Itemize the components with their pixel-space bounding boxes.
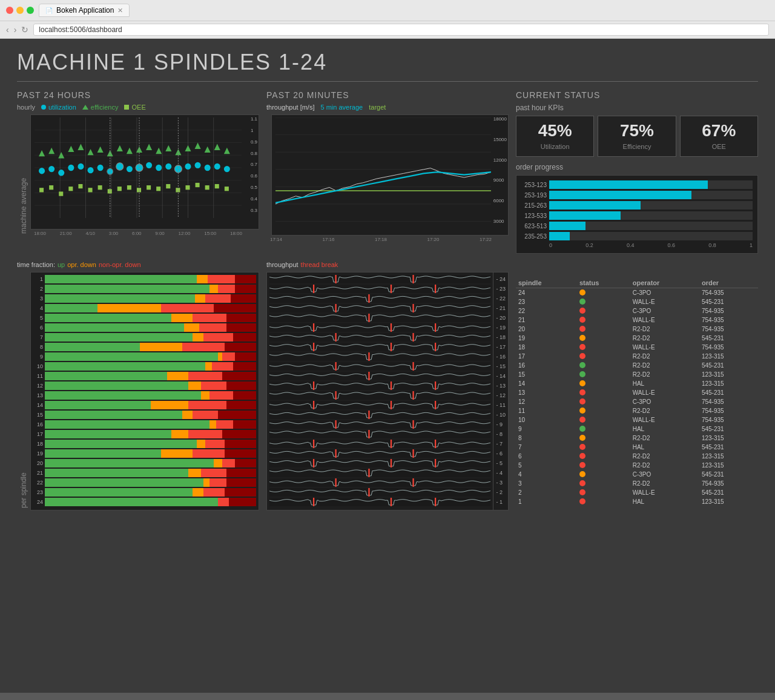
svg-rect-20 <box>98 185 102 190</box>
tab-close[interactable]: ✕ <box>117 7 123 15</box>
throughput-row <box>269 304 490 312</box>
svg-point-46 <box>156 165 162 171</box>
svg-rect-15 <box>49 185 53 190</box>
svg-point-45 <box>146 162 152 168</box>
svg-marker-58 <box>78 144 84 150</box>
table-row: 7 HAL 545-231 <box>516 443 758 452</box>
past24-chart-container: machine average <box>17 114 259 236</box>
order-progress-chart: 253-123 253-193 215-263 123-533 623-513 … <box>516 175 758 254</box>
legend-efficiency: efficiency <box>82 104 119 111</box>
svg-rect-28 <box>176 188 180 192</box>
throughput-chart-wrap: - 24- 23- 22- 21- 20- 19- 18- 17- 16- 15… <box>266 272 509 510</box>
svg-rect-128 <box>269 411 490 419</box>
past-20-panel: PAST 20 MINUTES throughput [m/s] 5 min a… <box>266 90 509 254</box>
svg-rect-23 <box>127 185 131 190</box>
back-button[interactable]: ‹ <box>6 25 9 35</box>
close-button[interactable] <box>6 7 13 14</box>
svg-marker-55 <box>48 148 54 154</box>
per-spindle-label: per spindle <box>17 272 30 510</box>
spindle-status-panel: spindle status operator order 24 C-3PO 7… <box>516 261 758 510</box>
bar-row: 14 <box>35 401 256 409</box>
svg-rect-106 <box>269 343 490 351</box>
throughput-row <box>269 478 490 487</box>
bar-row: 19 <box>35 449 256 458</box>
status-dot <box>579 371 585 377</box>
bar-row: 12 <box>35 381 256 390</box>
svg-rect-115 <box>269 372 490 380</box>
refresh-button[interactable]: ↻ <box>21 25 28 35</box>
current-status-title: CURRENT STATUS <box>516 90 758 100</box>
page-title: MACHINE 1 SPINDLES 1-24 <box>17 50 758 82</box>
order-progress-label: order progress <box>516 163 758 171</box>
throughput-row <box>269 488 490 497</box>
svg-point-49 <box>185 163 191 170</box>
throughput-panel: throughput thread break - 24- 23- 22- 21… <box>266 261 509 510</box>
past20-svg <box>275 117 491 224</box>
past24-svg <box>35 117 242 218</box>
bar-row: 21 <box>35 469 256 477</box>
past24-legend: hourly utilization efficiency OEE <box>17 104 259 111</box>
browser-tab[interactable]: 📄 Bokeh Application ✕ <box>39 4 130 17</box>
svg-rect-32 <box>215 184 219 188</box>
throughput-row <box>269 323 490 332</box>
past-24-panel: PAST 24 HOURS hourly utilization efficie… <box>17 90 259 254</box>
status-dot <box>579 308 585 314</box>
throughput-row <box>269 362 490 371</box>
svg-marker-60 <box>97 147 104 153</box>
svg-point-38 <box>78 163 84 170</box>
throughput-row <box>269 294 490 303</box>
forward-button[interactable]: › <box>14 25 17 35</box>
svg-point-37 <box>68 165 74 171</box>
svg-rect-94 <box>269 304 490 312</box>
tab-title: Bokeh Application <box>56 6 114 15</box>
bar-row: 3 <box>35 294 256 303</box>
svg-rect-30 <box>196 183 200 187</box>
table-row: 9 HAL 545-231 <box>516 424 758 434</box>
current-status-panel: CURRENT STATUS past hour KPIs 45% Utiliz… <box>516 90 758 254</box>
svg-marker-59 <box>88 149 94 155</box>
maximize-button[interactable] <box>27 7 34 14</box>
time-fraction-chart-wrap: per spindle 1 2 3 4 <box>17 272 259 510</box>
throughput-row <box>269 314 490 322</box>
address-bar[interactable]: localhost:5006/dashboard <box>33 24 769 36</box>
status-dot <box>579 362 585 368</box>
table-row: 4 C-3PO 545-231 <box>516 470 758 479</box>
svg-point-35 <box>48 166 54 172</box>
bar-row: 13 <box>35 391 256 400</box>
time-fraction-panel: time fraction: up opr. down non-opr. dow… <box>17 261 259 510</box>
bar-row: 7 <box>35 333 256 342</box>
svg-rect-25 <box>147 185 151 190</box>
bar-row: 8 <box>35 343 256 351</box>
table-row: 17 R2-D2 123-315 <box>516 352 758 361</box>
throughput-title: throughput <box>266 261 298 268</box>
throughput-row <box>269 333 490 342</box>
legend-oee: OEE <box>124 104 145 111</box>
svg-marker-63 <box>127 148 133 154</box>
legend-5min: 5 min average <box>321 104 363 111</box>
top-grid: PAST 24 HOURS hourly utilization efficie… <box>17 90 758 254</box>
throughput-row <box>269 498 490 506</box>
past20-legend: throughput [m/s] 5 min average target <box>266 104 509 111</box>
throughput-sparklines <box>266 272 493 510</box>
minimize-button[interactable] <box>16 7 24 14</box>
svg-rect-33 <box>225 187 229 191</box>
table-row: 14 HAL 123-315 <box>516 379 758 388</box>
svg-rect-151 <box>269 488 490 497</box>
svg-marker-62 <box>117 145 123 151</box>
legend-throughput: throughput [m/s] <box>266 104 315 111</box>
svg-rect-130 <box>269 420 490 429</box>
status-dot <box>579 426 585 432</box>
thread-break-label: thread break <box>301 261 338 268</box>
svg-rect-117 <box>269 381 490 390</box>
status-dot <box>579 417 585 423</box>
legend-up: up <box>58 261 65 268</box>
kpi-oee-label: OEE <box>712 143 726 150</box>
throughput-row <box>269 391 490 400</box>
table-row: 23 WALL-E 545-231 <box>516 297 758 306</box>
table-row: 24 C-3PO 754-935 <box>516 288 758 298</box>
throughput-row <box>269 275 490 283</box>
svg-marker-57 <box>68 146 74 152</box>
bar-row: 6 <box>35 323 256 332</box>
svg-point-36 <box>58 170 64 176</box>
order-axis: 0 0.2 0.4 0.6 0.8 1 <box>521 242 753 248</box>
